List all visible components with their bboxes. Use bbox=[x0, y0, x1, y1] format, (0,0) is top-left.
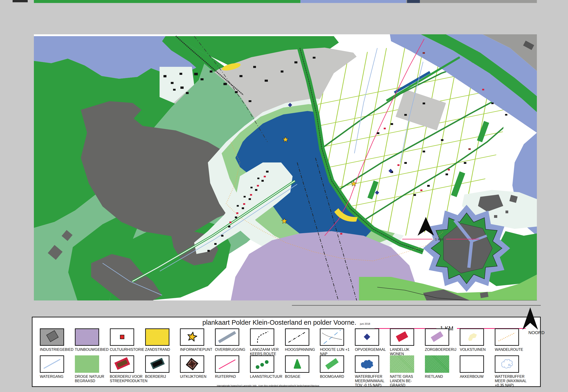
credit-line: Internationale hogeschool Larenstijn Vel… bbox=[217, 384, 320, 387]
rietland-swatch-icon bbox=[425, 355, 449, 373]
informatiepunt-star-icon bbox=[180, 328, 204, 346]
legend-item-uitkijktoren: UITKIJKTOREN bbox=[179, 355, 214, 382]
opvoergemaal-swatch-icon bbox=[355, 328, 379, 346]
langzaam-verkeer-swatch-icon bbox=[250, 328, 274, 346]
boomgaard-swatch-icon bbox=[320, 355, 344, 373]
hoogspanning-swatch-icon bbox=[285, 328, 309, 346]
droge-natuur-swatch-icon bbox=[75, 355, 99, 373]
legend-item-watterbuffer-meer-maximaal: WATTERBUFFER MEER (MAXIMAAL +0.35 NAP) bbox=[494, 355, 529, 382]
boerderij-swatch-icon bbox=[145, 355, 170, 373]
legend-grid: INDUSTRIEGEBIED TUINBOUWGEBIED CULTUURHI… bbox=[39, 328, 529, 382]
legend-item-bosage: BOSAGE bbox=[284, 355, 319, 382]
tuinbouwgebied-swatch-icon bbox=[75, 328, 99, 346]
page-title: plankaart Polder Klein-Oosterland en pol… bbox=[202, 319, 356, 326]
legend-panel: plankaart Polder Klein-Oosterland en pol… bbox=[32, 317, 541, 387]
laanstructuur-swatch-icon bbox=[250, 355, 274, 373]
boerderij-streekprodukten-swatch-icon bbox=[110, 355, 134, 373]
legend-item-ruiterpad: RUITERPAD bbox=[214, 355, 249, 382]
top-edge-bar bbox=[13, 0, 28, 2]
legend-item-opvoergemaal: OPVOERGEMAAL bbox=[354, 328, 389, 355]
akkerbouw-swatch-icon bbox=[460, 355, 484, 373]
legend-item-boerderij-voor-streekprodukten: BOERDERIJ VOOR STREEKPRODUKTEN bbox=[109, 355, 144, 382]
legend-item-overbrugging: OVERBRUGGING bbox=[214, 328, 249, 355]
legend-item-wandelroute: WANDELROUTE bbox=[494, 328, 529, 355]
legend-item-zandstrand: ZANDSTRAND bbox=[144, 328, 179, 355]
map-scale-label: 1 KM bbox=[435, 237, 443, 241]
natte-graslanden-swatch-icon bbox=[390, 355, 414, 373]
hoogte-lijn-swatch-icon bbox=[320, 328, 344, 346]
legend-item-boomgaard: BOOMGAARD bbox=[319, 355, 354, 382]
date-note: juni 2018 bbox=[360, 322, 370, 325]
legend-item-droge-natuur-begraasd: DROGE NATUUR BEGRAASD bbox=[74, 355, 109, 382]
legend-item-volkstuinen: VOLKSTUINEN bbox=[459, 328, 494, 355]
industriegebied-swatch-icon bbox=[40, 328, 64, 346]
legend-item-rietland: RIETLAND bbox=[424, 355, 459, 382]
adjacent-sheet-strip bbox=[34, 0, 537, 3]
legend-item-waterbuffer-meer-minimaal: WATERBUFFER MEER(MINIMAAL TOV -0.15 NAP) bbox=[354, 355, 389, 382]
ruiterpad-swatch-icon bbox=[215, 355, 239, 373]
legend-item-informatiepunt: INFORMATIEPUNT bbox=[179, 328, 214, 355]
zandstrand-swatch-icon bbox=[145, 328, 170, 346]
uitkijktoren-swatch-icon bbox=[180, 355, 204, 373]
legend-item-zorgboerderij: ZORGBOERDERIJ bbox=[424, 328, 459, 355]
legend-item-industriegebied: INDUSTRIEGEBIED bbox=[39, 328, 74, 355]
legend-item-cultuurhistorie: CULTUURHISTORIE bbox=[109, 328, 144, 355]
cultuurhistorie-swatch-icon bbox=[110, 328, 134, 346]
waterbuffer-minimaal-swatch-icon bbox=[355, 355, 379, 373]
page: { "page": { "background": "#c9c9c9" }, "… bbox=[0, 0, 568, 392]
legend-item-hoogspanning: HOOGSPANNING bbox=[284, 328, 319, 355]
legend-item-watergang: WATERGANG bbox=[39, 355, 74, 382]
landelijk-wonen-swatch-icon bbox=[390, 328, 414, 346]
legend-item-akkerbouw: AKKERBOUW bbox=[459, 355, 494, 382]
zorgboerderij-swatch-icon bbox=[425, 328, 449, 346]
waterbuffer-maximaal-swatch-icon bbox=[495, 355, 519, 373]
north-label: NOORD bbox=[528, 330, 545, 335]
sheet-divider-line bbox=[292, 305, 541, 306]
legend-item-tuinbouwgebied: TUINBOUWGEBIED bbox=[74, 328, 109, 355]
legend-item-laanstructuur: LAANSTRUCTUUR bbox=[249, 355, 284, 382]
wandelroute-swatch-icon bbox=[495, 328, 519, 346]
overbrugging-swatch-icon bbox=[215, 328, 239, 346]
legend-item-natte-graslanden-begraasd: NATTE GRAS LANDEN BE- GRAASD bbox=[389, 355, 424, 382]
watergang-swatch-icon bbox=[40, 355, 64, 373]
legend-item-hoogte-lijn: HOOGTE LIJN +1 NAP bbox=[319, 328, 354, 355]
legend-item-landelijk-wonen: LANDELIJK WONEN bbox=[389, 328, 424, 355]
bosage-swatch-icon bbox=[285, 355, 309, 373]
plan-map: 1 KM bbox=[34, 34, 537, 300]
legend-item-langzaam-verkeers-route: LANGZAAM VER KEERS ROUTE bbox=[249, 328, 284, 355]
volkstuinen-swatch-icon bbox=[460, 328, 484, 346]
legend-item-boerderij: BOERDERIJ bbox=[144, 355, 179, 382]
